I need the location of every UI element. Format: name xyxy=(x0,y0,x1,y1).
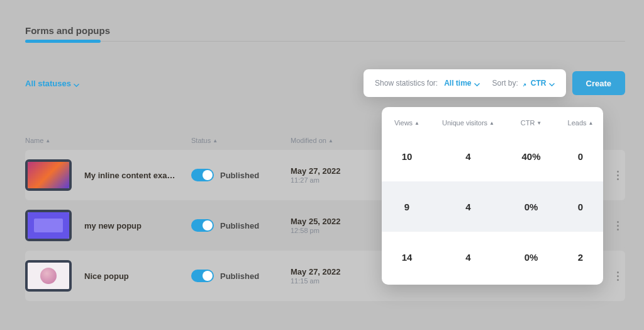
page-title: Forms and popups xyxy=(25,25,625,36)
row-name[interactable]: Nice popup xyxy=(84,271,129,281)
ctr-value: 40% xyxy=(504,151,558,162)
chevron-down-icon xyxy=(74,81,79,86)
title-line xyxy=(101,41,625,42)
status-text: Published xyxy=(220,171,259,180)
sort-caret-icon: ▲ xyxy=(328,138,333,144)
views-value: 14 xyxy=(382,252,432,263)
stats-sort-panel: Show statistics for: All time Sort by: C… xyxy=(364,69,565,97)
sort-caret-icon: ▲ xyxy=(414,120,419,126)
modified-date: May 27, 2022 xyxy=(291,267,389,276)
row-actions-menu[interactable] xyxy=(612,271,623,281)
status-text: Published xyxy=(220,221,259,230)
column-header-status[interactable]: Status ▲ xyxy=(191,137,291,144)
modified-cell: May 25, 2022 12:58 pm xyxy=(291,217,389,234)
row-actions-menu[interactable] xyxy=(612,171,623,180)
leads-value: 2 xyxy=(558,252,603,263)
modified-cell: May 27, 2022 11:27 am xyxy=(291,166,389,184)
column-header-views[interactable]: Views ▲ xyxy=(382,119,432,127)
filter-status-dropdown[interactable]: All statuses xyxy=(25,79,79,88)
row-name[interactable]: My inline content example xyxy=(84,171,179,180)
modified-time: 11:15 am xyxy=(291,277,389,285)
stats-row: 10 4 40% 0 xyxy=(382,131,603,181)
column-header-ctr[interactable]: CTR ▼ xyxy=(504,119,558,127)
ctr-value: 0% xyxy=(504,202,558,212)
sort-direction-icon[interactable] xyxy=(522,81,527,86)
stats-row: 9 4 0% 0 xyxy=(382,181,603,232)
stats-header-row: Views ▲ Unique visitors ▲ CTR ▼ Leads ▲ xyxy=(382,107,603,131)
row-name[interactable]: my new popup xyxy=(84,221,142,230)
ctr-value: 0% xyxy=(504,252,558,263)
row-actions-menu[interactable] xyxy=(612,221,623,230)
views-value: 9 xyxy=(382,202,432,212)
leads-value: 0 xyxy=(558,202,603,212)
chevron-down-icon xyxy=(474,81,480,86)
column-header-modified[interactable]: Modified on ▲ xyxy=(291,137,389,144)
modified-time: 12:58 pm xyxy=(291,227,389,234)
column-header-leads[interactable]: Leads ▲ xyxy=(558,119,603,127)
column-header-name[interactable]: Name ▲ xyxy=(25,137,191,144)
publish-toggle[interactable] xyxy=(191,169,214,181)
sort-by-label: Sort by: xyxy=(492,79,518,88)
unique-value: 4 xyxy=(432,202,504,212)
sort-caret-icon: ▼ xyxy=(536,120,541,126)
sort-by-dropdown[interactable]: CTR xyxy=(531,79,555,88)
column-header-unique[interactable]: Unique visitors ▲ xyxy=(432,119,504,127)
sort-caret-icon: ▲ xyxy=(489,120,494,126)
sort-by-value: CTR xyxy=(531,79,547,88)
stats-row: 14 4 0% 2 xyxy=(382,232,603,282)
status-text: Published xyxy=(220,271,259,281)
publish-toggle[interactable] xyxy=(191,219,214,232)
filter-status-label: All statuses xyxy=(25,79,71,88)
row-thumbnail[interactable] xyxy=(25,260,72,292)
sort-caret-icon: ▲ xyxy=(213,138,218,144)
views-value: 10 xyxy=(382,151,432,162)
modified-date: May 25, 2022 xyxy=(291,217,389,226)
create-button[interactable]: Create xyxy=(572,71,625,95)
publish-toggle[interactable] xyxy=(191,270,214,282)
unique-value: 4 xyxy=(432,151,504,162)
title-divider xyxy=(25,40,625,43)
show-stats-label: Show statistics for: xyxy=(375,79,438,88)
chevron-down-icon xyxy=(549,81,555,86)
row-thumbnail[interactable] xyxy=(25,210,72,241)
row-thumbnail[interactable] xyxy=(25,159,72,191)
show-stats-value: All time xyxy=(444,79,471,88)
sort-caret-icon: ▲ xyxy=(45,138,50,144)
modified-time: 11:27 am xyxy=(291,176,389,184)
unique-value: 4 xyxy=(432,252,504,263)
title-accent-bar xyxy=(25,40,101,43)
modified-cell: May 27, 2022 11:15 am xyxy=(291,267,389,285)
leads-value: 0 xyxy=(558,151,603,162)
modified-date: May 27, 2022 xyxy=(291,166,389,176)
sort-caret-icon: ▲ xyxy=(589,120,594,126)
show-stats-dropdown[interactable]: All time xyxy=(444,79,479,88)
stats-panel: Views ▲ Unique visitors ▲ CTR ▼ Leads ▲ … xyxy=(382,107,603,285)
